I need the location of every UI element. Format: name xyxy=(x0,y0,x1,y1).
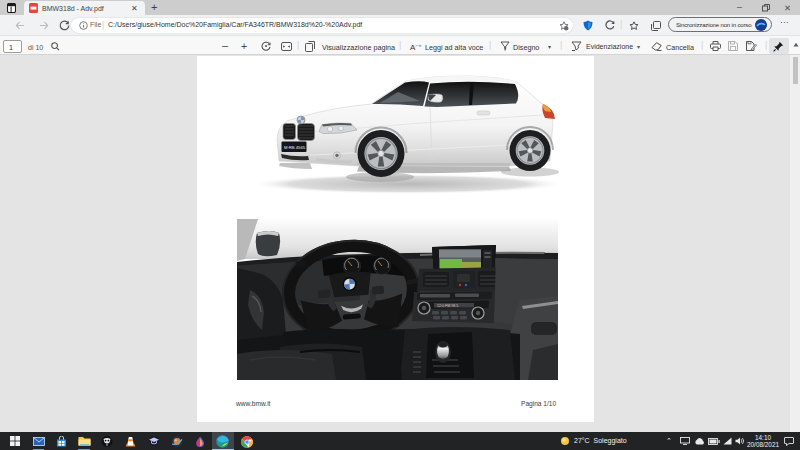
svg-text:M·RB 4565: M·RB 4565 xyxy=(284,145,306,150)
svg-text:Pagina 1/10: Pagina 1/10 xyxy=(521,400,557,408)
svg-text:www.bmw.it: www.bmw.it xyxy=(235,400,271,407)
svg-text:12:0 FM 98.5: 12:0 FM 98.5 xyxy=(437,304,458,308)
